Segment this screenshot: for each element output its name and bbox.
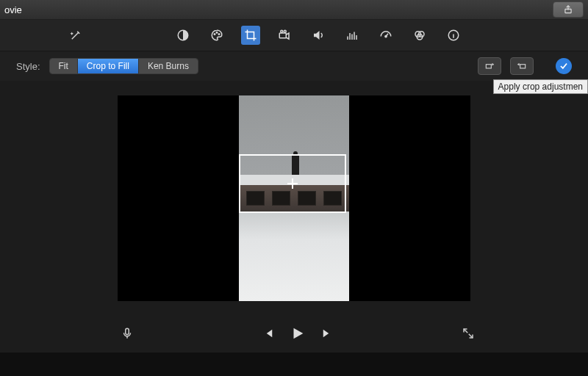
checkmark-icon <box>559 61 569 71</box>
color-palette-button[interactable] <box>207 26 226 45</box>
share-button[interactable] <box>553 1 584 18</box>
play-button[interactable] <box>290 325 306 344</box>
viewer <box>0 81 588 316</box>
crop-button[interactable] <box>241 26 260 45</box>
equalizer-button[interactable] <box>343 26 362 45</box>
style-fit[interactable]: Fit <box>50 59 78 73</box>
bottom-bar <box>0 352 588 376</box>
rotate-cw-button[interactable] <box>510 57 534 75</box>
fullscreen-button[interactable] <box>462 327 475 342</box>
video-frame <box>239 95 349 301</box>
style-crop-to-fill[interactable]: Crop to Fill <box>78 59 139 73</box>
overlapping-circles-icon <box>413 29 426 42</box>
speed-button[interactable] <box>376 26 395 45</box>
volume-button[interactable] <box>309 26 328 45</box>
volume-icon <box>312 29 325 42</box>
magic-wand-button[interactable] <box>66 26 85 45</box>
apply-crop-tooltip: Apply crop adjustmen <box>493 79 588 94</box>
titlebar: ovie <box>0 0 588 20</box>
skip-back-icon <box>262 327 275 340</box>
svg-point-8 <box>385 35 387 37</box>
svg-rect-15 <box>126 328 129 334</box>
rotate-cw-icon <box>516 61 528 71</box>
stabilize-button[interactable] <box>275 26 294 45</box>
info-button[interactable] <box>444 26 463 45</box>
svg-rect-5 <box>279 33 286 38</box>
svg-rect-14 <box>520 65 526 68</box>
expand-icon <box>462 327 475 340</box>
crop-center-cross <box>287 178 298 189</box>
filters-button[interactable] <box>410 26 429 45</box>
crop-icon <box>244 29 257 42</box>
rotate-ccw-button[interactable] <box>478 57 501 75</box>
style-label: Style: <box>16 61 40 72</box>
svg-rect-13 <box>486 65 491 68</box>
playback-controls <box>0 316 588 352</box>
svg-point-3 <box>216 32 218 34</box>
magic-wand-icon <box>69 29 82 42</box>
canvas[interactable] <box>118 95 470 301</box>
video-camera-icon <box>278 29 291 42</box>
contrast-icon <box>176 29 190 42</box>
app-title: ovie <box>4 4 22 15</box>
svg-point-4 <box>218 34 220 35</box>
style-ken-burns[interactable]: Ken Burns <box>139 59 198 73</box>
crop-rectangle[interactable] <box>239 154 346 213</box>
next-frame-button[interactable] <box>320 327 334 342</box>
apply-crop-button[interactable] <box>556 58 572 74</box>
svg-point-6 <box>281 30 283 32</box>
crop-style-bar: Style: Fit Crop to Fill Ken Burns Apply … <box>0 51 588 81</box>
share-icon <box>563 4 573 15</box>
microphone-icon <box>121 327 134 340</box>
equalizer-icon <box>345 29 359 42</box>
contrast-button[interactable] <box>173 26 193 45</box>
play-icon <box>290 325 306 341</box>
prev-frame-button[interactable] <box>262 327 275 342</box>
svg-point-2 <box>214 34 215 35</box>
rotate-ccw-icon <box>484 61 495 71</box>
svg-point-7 <box>284 30 286 32</box>
voiceover-button[interactable] <box>121 327 134 342</box>
info-icon <box>447 29 460 42</box>
palette-icon <box>210 29 223 42</box>
gauge-icon <box>379 29 392 42</box>
style-segmented: Fit Crop to Fill Ken Burns <box>49 58 198 74</box>
skip-forward-icon <box>320 327 334 340</box>
adjust-toolbar <box>0 20 588 51</box>
